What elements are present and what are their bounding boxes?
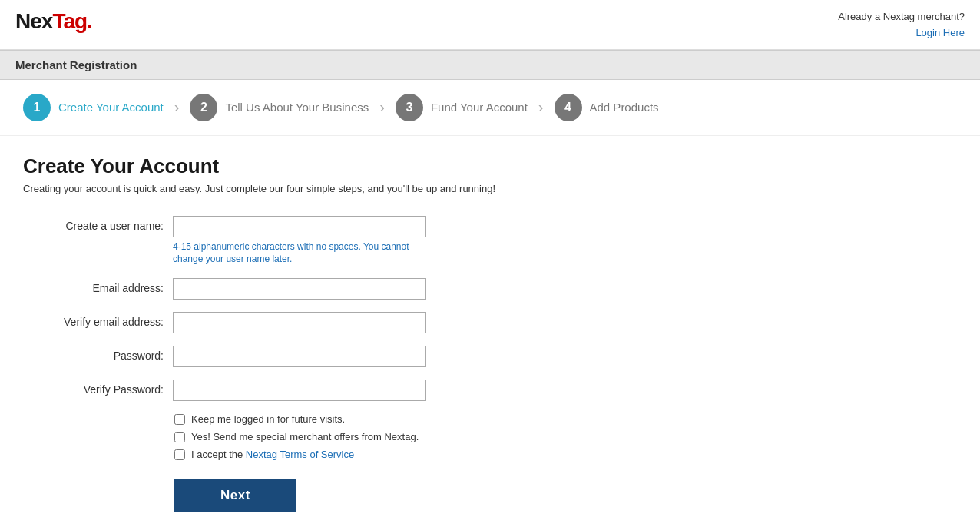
logo-nex: Nex [15,9,52,33]
header: NexTag. Already a Nextag merchant? Login… [0,0,980,50]
verify-password-row: Verify Password: [31,380,668,401]
header-right: Already a Nextag merchant? Login Here [838,9,965,41]
logo: NexTag. [15,9,92,34]
login-link[interactable]: Login Here [915,27,965,38]
email-field-wrap [173,278,426,300]
verify-email-input[interactable] [173,312,426,333]
step-1-label: Create Your Account [58,101,164,114]
step-3: 3 Fund Your Account [396,94,528,121]
step-2-label: Tell Us About Your Business [225,101,369,114]
step-2-circle: 2 [190,94,217,121]
username-input[interactable] [173,216,426,237]
registration-form: Create a user name: 4-15 alphanumeric ch… [31,216,668,402]
verify-password-field-wrap [173,380,426,401]
password-input[interactable] [173,346,426,367]
offers-checkbox[interactable] [174,432,185,442]
step-arrow-1: › [174,98,180,116]
step-2: 2 Tell Us About Your Business [190,94,369,121]
password-label: Password: [31,346,173,362]
step-3-label: Fund Your Account [431,101,528,114]
step-arrow-2: › [379,98,385,116]
step-4-circle: 4 [555,94,582,121]
tos-label: I accept the Nextag Terms of Service [191,449,354,460]
button-row: Next [174,479,668,512]
keep-logged-checkbox[interactable] [174,414,185,425]
next-button[interactable]: Next [174,479,296,512]
checkbox-section: Keep me logged in for future visits. Yes… [174,413,668,460]
verify-password-input[interactable] [173,380,426,401]
verify-email-field-wrap [173,312,426,333]
keep-logged-row: Keep me logged in for future visits. [174,413,668,425]
password-field-wrap [173,346,426,367]
email-row: Email address: [31,278,668,300]
offers-label: Yes! Send me special merchant offers fro… [191,431,419,442]
verify-email-row: Verify email address: [31,312,668,333]
merchant-registration-bar: Merchant Registration [0,50,980,80]
username-row: Create a user name: 4-15 alphanumeric ch… [31,216,668,267]
step-1-circle: 1 [23,94,51,121]
step-1: 1 Create Your Account [23,94,164,121]
username-label: Create a user name: [31,216,173,232]
already-text: Already a Nextag merchant? [838,9,965,25]
main-content: Create Your Account Creating your accoun… [0,136,691,527]
step-3-circle: 3 [396,94,423,121]
page-subtitle: Creating your account is quick and easy.… [23,183,668,194]
offers-row: Yes! Send me special merchant offers fro… [174,431,668,442]
step-arrow-3: › [538,98,544,116]
email-input[interactable] [173,278,426,300]
tos-checkbox[interactable] [174,449,185,460]
page-title: Create Your Account [23,154,668,178]
step-4-label: Add Products [590,101,659,114]
tos-link[interactable]: Nextag Terms of Service [246,449,354,460]
email-label: Email address: [31,278,173,294]
keep-logged-label: Keep me logged in for future visits. [191,413,345,425]
steps-bar: 1 Create Your Account › 2 Tell Us About … [0,80,980,136]
tos-row: I accept the Nextag Terms of Service [174,449,668,460]
step-4: 4 Add Products [555,94,659,121]
verify-password-label: Verify Password: [31,380,173,396]
logo-tag: Tag. [52,9,91,33]
username-field-wrap: 4-15 alphanumeric characters with no spa… [173,216,426,267]
verify-email-label: Verify email address: [31,312,173,328]
reg-bar-label: Merchant Registration [15,58,137,71]
password-row: Password: [31,346,668,367]
username-hint: 4-15 alphanumeric characters with no spa… [173,240,426,267]
